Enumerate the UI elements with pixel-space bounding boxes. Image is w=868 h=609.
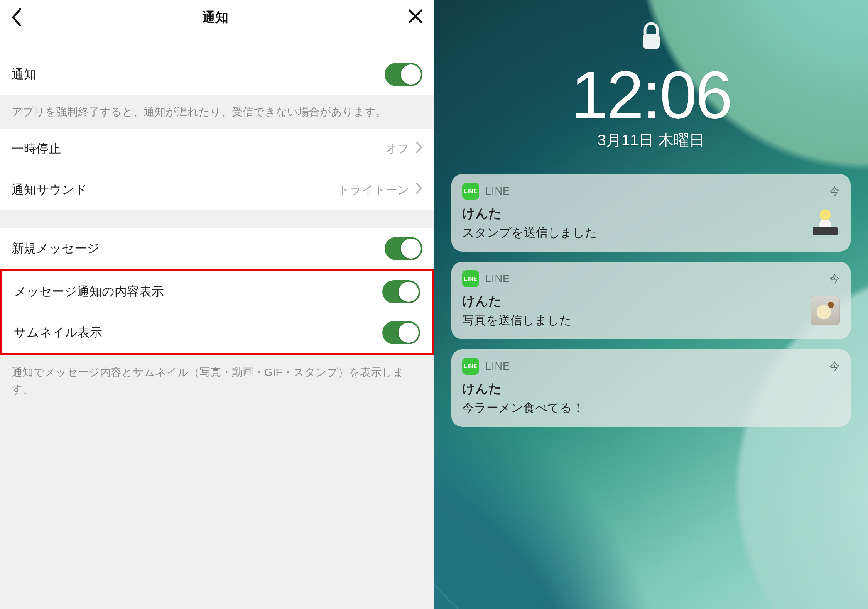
line-app-icon: LINE [462, 183, 479, 200]
back-button[interactable] [11, 8, 22, 26]
page-title: 通知 [202, 8, 228, 26]
notification-thumbnail-photo [811, 296, 840, 325]
settings-panel: 通知 通知 アプリを強制終了すると、通知が遅れたり、受信できない場合があります。… [0, 0, 434, 609]
row-label: 一時停止 [12, 140, 61, 157]
row-value: トライトーン [338, 182, 409, 198]
notification-sender: けんた [462, 380, 584, 398]
lock-screen: 12:06 3月11日 木曜日 LINE LINE 今 けんた スタンプを送信し… [434, 0, 868, 609]
notification-thumbnail-sticker [811, 208, 840, 238]
lock-time: 12:06 [571, 56, 731, 134]
row-sound[interactable]: 通知サウンド トライトーン [0, 169, 434, 210]
notification-card[interactable]: LINE LINE 今 けんた スタンプを送信しました [451, 174, 851, 252]
notification-message: 今ラーメン食べてる！ [462, 400, 584, 416]
notification-app-name: LINE [485, 360, 510, 372]
toggle-show-content[interactable] [382, 280, 420, 303]
svg-rect-0 [643, 34, 660, 49]
notification-card[interactable]: LINE LINE 今 けんた 今ラーメン食べてる！ [451, 349, 851, 427]
notification-time: 今 [829, 359, 840, 373]
notification-message: スタンプを送信しました [462, 225, 597, 241]
row-pause[interactable]: 一時停止 オフ [0, 129, 434, 169]
chevron-right-icon [415, 141, 422, 157]
notification-list: LINE LINE 今 けんた スタンプを送信しました LINE LINE 今 … [451, 174, 851, 427]
notification-sender: けんた [462, 293, 572, 310]
notification-sender: けんた [462, 205, 597, 222]
notification-message: 写真を送信しました [462, 312, 572, 328]
close-button[interactable] [408, 8, 423, 24]
row-new-message: 新規メッセージ [0, 228, 434, 269]
note-force-quit: アプリを強制終了すると、通知が遅れたり、受信できない場合があります。 [0, 95, 434, 129]
highlight-annotation: メッセージ通知の内容表示 サムネイル表示 [0, 269, 434, 355]
row-label: サムネイル表示 [14, 324, 102, 341]
row-show-content: メッセージ通知の内容表示 [2, 271, 432, 312]
note-thumbnail: 通知でメッセージ内容とサムネイル（写真・動画・GIF・スタンプ）を表示します。 [0, 355, 434, 406]
row-value: オフ [385, 141, 409, 157]
row-label: 通知 [12, 66, 36, 83]
settings-header: 通知 [0, 0, 434, 54]
notification-time: 今 [829, 184, 840, 198]
lock-icon [640, 21, 662, 53]
notification-app-name: LINE [485, 185, 510, 197]
line-app-icon: LINE [462, 270, 479, 287]
chevron-right-icon [415, 182, 422, 198]
toggle-notifications[interactable] [385, 63, 422, 86]
row-show-thumbnail: サムネイル表示 [2, 312, 432, 353]
lock-date: 3月11日 木曜日 [598, 130, 705, 151]
toggle-new-message[interactable] [385, 237, 422, 260]
notification-app-name: LINE [485, 273, 510, 285]
row-label: 通知サウンド [12, 181, 87, 198]
row-label: メッセージ通知の内容表示 [14, 283, 164, 300]
toggle-show-thumbnail[interactable] [382, 321, 420, 344]
row-notifications: 通知 [0, 54, 434, 95]
row-label: 新規メッセージ [12, 240, 100, 257]
line-app-icon: LINE [462, 358, 479, 375]
notification-time: 今 [829, 272, 840, 286]
notification-card[interactable]: LINE LINE 今 けんた 写真を送信しました [451, 262, 851, 339]
